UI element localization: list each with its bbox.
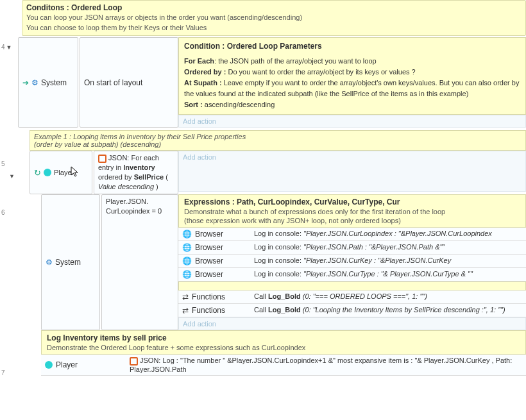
action-functions-call[interactable]: ⇄Functions Call Log_Bold (0: "=== ORDERE… [178, 290, 526, 304]
action-expr: "Player.JSON.CurKey : "&Player.JSON.CurK… [303, 256, 451, 264]
object-label: System [41, 78, 67, 87]
player-icon [45, 361, 53, 369]
action-functions-call[interactable]: ⇄Functions Call Log_Bold (0: "Looping th… [178, 304, 526, 317]
globe-icon: 🌐 [182, 243, 192, 252]
param-key: For Each [184, 57, 214, 65]
action-label: Log in console: [254, 243, 303, 251]
swap-icon: ⇄ [182, 306, 189, 315]
object-label: Browser [195, 243, 223, 252]
row-number: 4 [1, 44, 5, 51]
example-line: Example 1 : Looping items in Inventory b… [34, 133, 522, 140]
globe-icon: 🌐 [182, 256, 192, 265]
object-label: Browser [195, 270, 223, 279]
row-marker-5[interactable]: 5 [1, 160, 5, 167]
row-marker-4[interactable]: 4 ▼ [1, 44, 12, 51]
action-browser-log[interactable]: 🌐Browser Log in console: "Player.JSON.Cu… [178, 255, 526, 268]
collapse-caret-icon[interactable]: ▼ [9, 173, 15, 180]
header-sub: (those expression work with any JSON+ lo… [184, 217, 520, 224]
expressions-header: Expressions : Path, CurLoopindex, CurVal… [178, 194, 526, 228]
cond-text: ( [164, 173, 168, 181]
action-bold: Log_Bold [268, 306, 301, 314]
info-line: You can loop your JSON arrays or objects… [26, 12, 522, 22]
cond-text: ) [154, 183, 158, 190]
param-desc: Do you want to order the array/object by… [226, 68, 415, 76]
add-action[interactable]: Add action [178, 115, 526, 128]
add-action[interactable]: Add action [178, 151, 526, 192]
row-number: 5 [1, 160, 5, 167]
cond-text: ordered by [98, 173, 134, 181]
object-label: System [55, 258, 81, 267]
action-label: Log in console: [254, 230, 303, 237]
collapse-caret-5[interactable]: ▼ [9, 173, 15, 180]
header-sub: Demonstrate what a bunch of expressions … [184, 208, 520, 215]
action-browser-log[interactable]: 🌐Browser Log in console: "Player.JSON.Cu… [178, 228, 526, 241]
object-label: Functions [192, 292, 225, 301]
param-key: Ordered by : [184, 68, 226, 76]
swap-icon: ⇄ [182, 292, 189, 301]
action-label: Log in console: [254, 256, 303, 264]
param-title: Condition : Ordered Loop Parameters [184, 42, 520, 51]
trigger-label: On start of layout [84, 78, 142, 87]
object-label: Browser [195, 256, 223, 265]
gear-icon: ⚙ [31, 78, 38, 87]
object-label: Player [54, 169, 74, 176]
param-desc: ascending/descending [203, 101, 275, 108]
cond-bold: SellPrice [134, 173, 164, 181]
cond-line: CurLoopindex = 0 [106, 206, 174, 216]
start-arrow-icon: ➔ [22, 78, 29, 87]
action-expr: "Player.JSON.Path : "&Player.JSON.Path &… [303, 243, 445, 251]
example-line: (order by value at subpath) (descending) [34, 140, 522, 148]
action-expr: "Player.JSON.CurType : "& Player.JSON.Cu… [303, 270, 473, 278]
param-key: At Supath : [184, 79, 222, 87]
json-icon [98, 155, 106, 163]
loop-icon: ↻ [34, 168, 41, 178]
cond-bold: Inventory [123, 164, 155, 171]
row-number: 6 [1, 209, 5, 216]
row-marker-7[interactable]: 7 [1, 369, 5, 376]
object-label: Functions [192, 306, 225, 315]
action-browser-log[interactable]: 🌐Browser Log in console: "Player.JSON.Pa… [178, 241, 526, 255]
action-label: Log in console: [254, 270, 303, 278]
condition-system[interactable]: ➔ ⚙ System [18, 37, 78, 128]
action-player-json-log[interactable]: Player JSON: Log : "The number " &Player… [41, 355, 526, 376]
param-desc: Leave empty if you want to order the arr… [184, 79, 519, 97]
action-browser-log[interactable]: 🌐Browser Log in console: "Player.JSON.Cu… [178, 268, 526, 281]
action-label: Call [254, 292, 268, 300]
json-icon [130, 357, 138, 365]
log-inventory-header: Log Inventory items by sell price Demons… [41, 330, 526, 355]
info-ordered-loop: Conditons : Ordered Loop You can loop yo… [22, 0, 526, 36]
object-label: Browser [195, 230, 223, 239]
action-label: Call [254, 306, 268, 314]
condition-system[interactable]: ⚙ System [41, 194, 100, 330]
param-desc: : the JSON path of the array/object you … [214, 57, 377, 65]
action-expr: (0: "Looping the Inventory Items by Sell… [301, 306, 505, 314]
action-expr: JSON: Log : "The number " &Player.JSON.C… [130, 357, 512, 373]
param-key: Sort : [184, 101, 203, 108]
param-box: Condition : Ordered Loop Parameters For … [178, 37, 526, 115]
yellow-spacer [178, 281, 526, 290]
header-sub: Demonstrate the Ordered Loop feature + s… [47, 344, 520, 351]
row-marker-6[interactable]: 6 [1, 209, 5, 216]
condition-json-foreach[interactable]: JSON: For each entry in Inventory ordere… [94, 151, 178, 194]
action-bold: Log_Bold [268, 292, 301, 300]
player-icon [44, 169, 51, 176]
collapse-caret-icon[interactable]: ▼ [6, 44, 12, 51]
row-number: 7 [1, 369, 5, 376]
header-title: Expressions : Path, CurLoopindex, CurVal… [184, 197, 520, 206]
condition-trigger[interactable]: On start of layout [80, 37, 178, 128]
example-comment: Example 1 : Looping items in Inventory b… [30, 130, 526, 151]
gear-icon: ⚙ [46, 258, 53, 267]
add-action[interactable]: Add action [178, 317, 526, 330]
info-line: You can choose to loop them by their Key… [26, 22, 522, 33]
condition-curloopindex[interactable]: Player.JSON. CurLoopindex = 0 [101, 194, 178, 330]
action-expr: "Player.JSON.CurLoopindex : "&Player.JSO… [303, 230, 492, 237]
object-label: Player [56, 360, 78, 369]
info-title: Conditons : Ordered Loop [26, 3, 522, 12]
globe-icon: 🌐 [182, 230, 192, 239]
globe-icon: 🌐 [182, 270, 192, 279]
condition-player[interactable]: ↻ Player [30, 151, 92, 194]
cond-line: Player.JSON. [106, 197, 174, 206]
action-expr: (0: "=== ORDERED LOOPS ===", 1: "") [301, 292, 427, 300]
header-title: Log Inventory items by sell price [47, 333, 520, 342]
cond-italic: Value descending [98, 183, 154, 190]
